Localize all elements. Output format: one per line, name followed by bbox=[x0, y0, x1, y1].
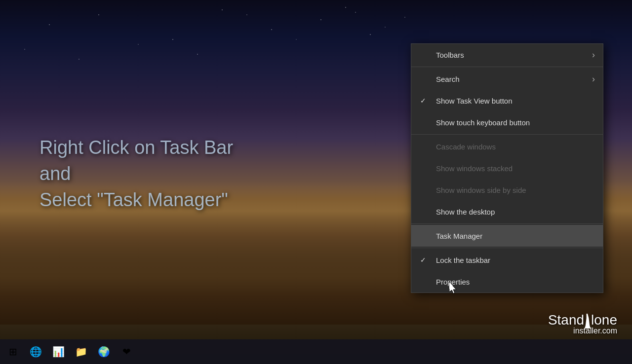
taskbar: ⊞🌐📊📁🌍❤ bbox=[0, 339, 632, 364]
menu-label-task_manager: Task Manager bbox=[436, 232, 482, 240]
menu-item-show_desktop[interactable]: Show the desktop bbox=[411, 201, 603, 222]
separator-after-show_desktop bbox=[411, 223, 603, 224]
menu-label-show_touch_keyboard: Show touch keyboard button bbox=[436, 118, 530, 127]
menu-item-show_task_view[interactable]: ✓Show Task View button bbox=[411, 90, 603, 111]
menu-label-properties: Properties bbox=[436, 278, 470, 286]
taskbar-icon-folder[interactable]: 📁 bbox=[70, 341, 92, 363]
menu-item-show_windows_side: Show windows side by side bbox=[411, 179, 603, 201]
instruction-line1: Right Click on Task Bar bbox=[40, 135, 233, 161]
menu-item-lock_taskbar[interactable]: ✓Lock the taskbar bbox=[411, 249, 603, 271]
menu-item-toolbars[interactable]: Toolbars bbox=[411, 44, 603, 66]
checkmark-show_task_view: ✓ bbox=[420, 97, 426, 105]
menu-item-properties[interactable]: Properties bbox=[411, 271, 603, 292]
taskbar-icon-ie[interactable]: 🌍 bbox=[93, 341, 115, 363]
instruction-line2: and bbox=[40, 161, 233, 187]
separator-after-show_touch_keyboard bbox=[411, 134, 603, 135]
taskbar-icon-heart[interactable]: ❤ bbox=[116, 341, 137, 363]
taskbar-icon-edge[interactable]: 🌐 bbox=[25, 341, 46, 363]
separator-after-toolbars bbox=[411, 67, 603, 67]
taskbar-icon-start[interactable]: ⊞ bbox=[2, 341, 24, 363]
menu-item-show_windows_stacked: Show windows stacked bbox=[411, 157, 603, 179]
menu-item-search[interactable]: Search bbox=[411, 68, 603, 90]
menu-label-show_desktop: Show the desktop bbox=[436, 208, 495, 216]
menu-item-show_touch_keyboard[interactable]: Show touch keyboard button bbox=[411, 111, 603, 133]
menu-label-show_task_view: Show Task View button bbox=[436, 97, 513, 105]
menu-label-search: Search bbox=[436, 75, 460, 83]
menu-label-show_windows_stacked: Show windows stacked bbox=[436, 164, 513, 173]
menu-label-lock_taskbar: Lock the taskbar bbox=[436, 256, 490, 264]
menu-label-show_windows_side: Show windows side by side bbox=[436, 186, 526, 194]
menu-label-toolbars: Toolbars bbox=[436, 51, 464, 59]
checkmark-lock_taskbar: ✓ bbox=[420, 256, 426, 264]
instruction-overlay: Right Click on Task Bar and Select "Task… bbox=[40, 135, 233, 214]
taskbar-icon-excel[interactable]: 📊 bbox=[47, 341, 69, 363]
context-menu: ToolbarsSearch✓Show Task View buttonShow… bbox=[411, 43, 603, 293]
menu-label-cascade_windows: Cascade windows bbox=[436, 143, 496, 151]
menu-item-cascade_windows: Cascade windows bbox=[411, 136, 603, 157]
instruction-line3: Select "Task Manager" bbox=[40, 187, 233, 214]
menu-item-task_manager[interactable]: Task Manager bbox=[411, 225, 603, 247]
separator-after-task_manager bbox=[411, 248, 603, 248]
